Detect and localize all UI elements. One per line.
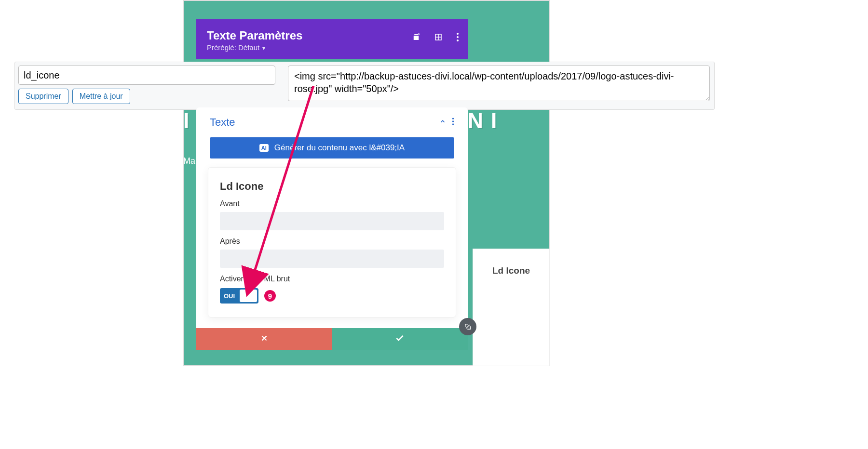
delete-button[interactable]: Supprimer [18, 89, 68, 104]
resize-handle[interactable] [459, 318, 476, 335]
preset-selector[interactable]: Préréglé: Défaut ▾ [207, 43, 457, 52]
before-label: Avant [220, 199, 444, 208]
custom-field-button-row: Supprimer Mettre à jour [18, 89, 275, 104]
svg-point-3 [452, 118, 454, 119]
chevron-down-icon: ▾ [262, 45, 265, 52]
hero-text-right: N I [468, 110, 498, 132]
svg-point-1 [457, 36, 459, 38]
raw-html-toggle[interactable]: OUI [220, 288, 258, 304]
side-preview-card: Ld Icone [473, 249, 550, 366]
cancel-button[interactable] [196, 328, 332, 350]
ai-badge-icon: AI [259, 144, 269, 152]
toggle-knob [240, 290, 257, 302]
custom-field-value-input[interactable]: <img src="http://backup-astuces-divi.loc… [288, 66, 710, 101]
responsive-icon[interactable] [412, 33, 420, 43]
raw-html-toggle-row: OUI 9 [220, 288, 444, 304]
preset-label: Préréglé: Défaut [207, 43, 259, 52]
section-more-icon[interactable] [452, 118, 454, 127]
more-menu-icon[interactable] [456, 33, 459, 43]
custom-field-name-input[interactable] [18, 66, 275, 85]
hero-subtext: Ma [183, 156, 195, 166]
close-icon [260, 334, 269, 344]
module-settings-header: Texte Paramètres Préréglé: Défaut ▾ [196, 19, 468, 59]
collapse-icon[interactable] [439, 118, 446, 127]
header-actions [412, 33, 459, 43]
settings-footer [196, 328, 468, 350]
annotation-step-badge: 9 [264, 290, 276, 302]
svg-point-2 [457, 40, 459, 41]
custom-field-name-wrap: Supprimer Mettre à jour [18, 66, 275, 104]
before-input[interactable] [220, 212, 444, 230]
svg-point-0 [457, 33, 459, 35]
help-panel-icon[interactable] [434, 33, 443, 43]
generate-ai-label: Générer du contenu avec l&#039;IA [274, 143, 405, 153]
raw-html-label: Activer le HTML brut [220, 275, 444, 283]
generate-ai-button[interactable]: AI Générer du contenu avec l&#039;IA [210, 137, 454, 158]
check-icon [395, 333, 405, 345]
side-preview-label: Ld Icone [473, 265, 549, 276]
section-title[interactable]: Texte [210, 116, 235, 129]
after-label: Après [220, 237, 444, 246]
update-button[interactable]: Mettre à jour [72, 89, 130, 104]
dynamic-field-title: Ld Icone [220, 180, 444, 193]
svg-point-5 [452, 123, 454, 125]
confirm-button[interactable] [332, 328, 468, 350]
after-input[interactable] [220, 250, 444, 268]
toggle-on-label: OUI [224, 292, 235, 300]
module-settings-panel: Texte AI Générer du contenu avec l&#039;… [196, 107, 468, 350]
svg-point-4 [452, 120, 454, 122]
dynamic-content-card: Ld Icone Avant Après Activer le HTML bru… [208, 167, 456, 317]
